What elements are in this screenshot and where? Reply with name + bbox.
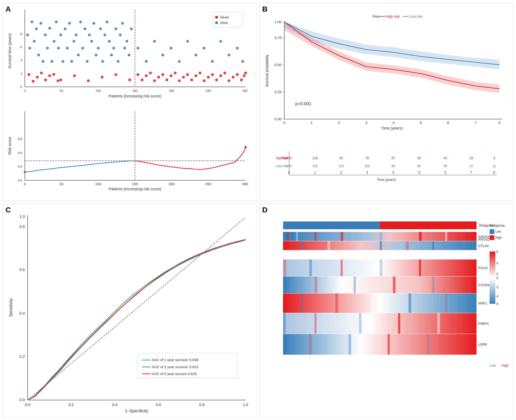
svg-point-143 xyxy=(24,171,26,173)
svg-text:67: 67 xyxy=(391,156,395,160)
svg-rect-282 xyxy=(437,313,440,334)
svg-rect-284 xyxy=(283,334,476,355)
svg-text:116: 116 xyxy=(312,156,318,160)
svg-rect-258 xyxy=(341,259,343,277)
svg-text:Low: Low xyxy=(490,363,496,367)
svg-rect-257 xyxy=(309,259,312,277)
svg-rect-277 xyxy=(283,313,476,334)
svg-text:0: 0 xyxy=(283,121,285,125)
svg-text:4: 4 xyxy=(21,59,22,62)
panel-b-label: B xyxy=(262,5,267,13)
svg-text:Low: Low xyxy=(495,230,501,234)
svg-point-116 xyxy=(73,74,76,77)
svg-point-57 xyxy=(114,27,117,30)
svg-rect-244 xyxy=(419,232,422,241)
svg-text:92: 92 xyxy=(339,156,343,160)
svg-text:81: 81 xyxy=(417,164,421,168)
svg-text:56: 56 xyxy=(443,164,447,168)
svg-text:0.2: 0.2 xyxy=(68,403,74,407)
svg-text:6: 6 xyxy=(447,121,449,125)
svg-point-66 xyxy=(145,60,148,63)
svg-text:135: 135 xyxy=(312,164,318,168)
svg-point-75 xyxy=(219,40,222,42)
svg-point-28 xyxy=(50,60,53,63)
svg-text:0.0: 0.0 xyxy=(25,403,30,407)
svg-point-52 xyxy=(103,33,106,36)
svg-point-27 xyxy=(48,27,51,29)
svg-rect-262 xyxy=(283,276,476,293)
svg-text:250: 250 xyxy=(206,89,211,92)
svg-text:1: 1 xyxy=(314,171,316,174)
svg-text:0.8: 0.8 xyxy=(19,224,25,229)
svg-rect-304 xyxy=(490,252,495,304)
svg-point-118 xyxy=(101,76,103,78)
svg-point-30 xyxy=(55,21,58,23)
svg-point-20 xyxy=(33,40,36,42)
svg-point-109 xyxy=(227,79,230,82)
svg-text:Low risk: Low risk xyxy=(409,14,422,18)
svg-point-42 xyxy=(81,47,84,49)
svg-text:Patients (increasing risk scor: Patients (increasing risk score) xyxy=(109,187,161,191)
svg-rect-275 xyxy=(445,293,447,313)
svg-text:6: 6 xyxy=(496,250,498,254)
svg-point-99 xyxy=(186,73,189,76)
svg-text:7: 7 xyxy=(474,121,477,125)
svg-point-53 xyxy=(106,21,108,23)
svg-rect-250 xyxy=(327,241,330,250)
svg-text:0: 0 xyxy=(496,276,498,280)
svg-point-93 xyxy=(161,73,164,76)
svg-point-18 xyxy=(28,47,31,49)
svg-point-21 xyxy=(35,27,38,30)
svg-point-108 xyxy=(224,72,226,74)
svg-text:150: 150 xyxy=(132,182,138,186)
svg-point-68 xyxy=(161,54,164,56)
svg-point-26 xyxy=(46,47,49,49)
svg-point-77 xyxy=(236,47,239,49)
svg-point-82 xyxy=(40,72,43,74)
svg-point-104 xyxy=(207,76,210,78)
svg-text:2: 2 xyxy=(338,121,340,125)
panel-a-riskscore: 0.2 0.4 0.6 0.8 0 50 100 150 200 250 300… xyxy=(6,102,254,198)
svg-text:High risk: High risk xyxy=(386,14,400,18)
svg-rect-256 xyxy=(283,259,286,277)
svg-text:0.6: 0.6 xyxy=(18,151,22,154)
svg-point-58 xyxy=(117,60,119,63)
svg-rect-270 xyxy=(283,293,286,313)
svg-point-84 xyxy=(48,74,51,77)
svg-text:Risk score: Risk score xyxy=(8,137,12,155)
svg-rect-252 xyxy=(406,241,409,250)
svg-rect-245 xyxy=(445,232,447,241)
svg-rect-272 xyxy=(335,293,338,313)
svg-text:1.0: 1.0 xyxy=(19,214,25,219)
svg-rect-302 xyxy=(490,235,494,240)
svg-point-94 xyxy=(165,78,168,81)
svg-point-41 xyxy=(79,21,82,23)
svg-text:Time (years): Time (years) xyxy=(381,126,403,130)
svg-point-29 xyxy=(53,40,55,42)
svg-text:0.0: 0.0 xyxy=(19,398,25,402)
svg-point-110 xyxy=(232,76,234,78)
svg-text:Alive: Alive xyxy=(220,21,228,25)
svg-text:0: 0 xyxy=(21,85,22,88)
svg-text:0: 0 xyxy=(24,182,26,186)
svg-point-98 xyxy=(182,76,185,78)
svg-rect-278 xyxy=(283,313,286,334)
svg-point-24 xyxy=(42,60,44,63)
svg-text:0.8: 0.8 xyxy=(199,403,205,407)
svg-point-34 xyxy=(64,27,66,30)
svg-point-83 xyxy=(44,78,47,81)
svg-rect-238 xyxy=(287,232,289,241)
svg-point-113 xyxy=(243,74,245,77)
svg-point-111 xyxy=(236,73,239,76)
svg-point-78 xyxy=(241,60,244,63)
svg-point-43 xyxy=(84,27,86,30)
svg-point-105 xyxy=(211,73,214,76)
svg-point-25 xyxy=(44,33,47,36)
svg-rect-271 xyxy=(301,293,303,313)
svg-rect-260 xyxy=(419,259,421,277)
panel-a-scatter: 0 2 4 6 8 0 50 100 150 200 250 300 Patie… xyxy=(6,6,254,102)
svg-text:99: 99 xyxy=(391,164,395,168)
svg-text:3: 3 xyxy=(365,121,367,125)
svg-text:0.4: 0.4 xyxy=(19,311,25,315)
svg-text:5: 5 xyxy=(418,171,420,174)
